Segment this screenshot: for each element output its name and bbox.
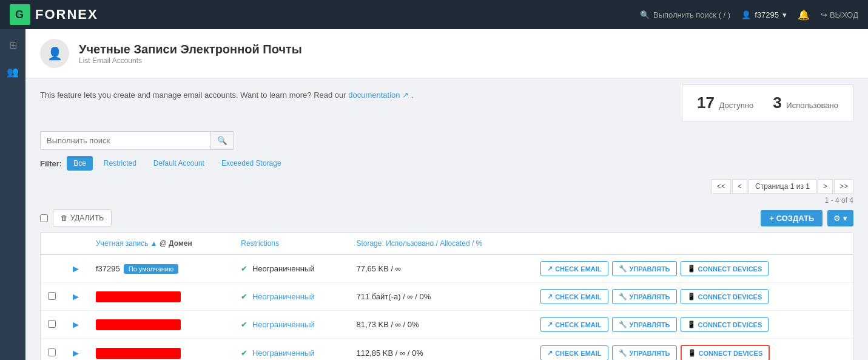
select-all-checkbox[interactable] xyxy=(40,214,48,222)
account-name: f37295 xyxy=(96,264,120,273)
stat-used: 3 Использовано xyxy=(773,93,838,112)
used-label: Использовано xyxy=(786,101,838,110)
storage-cell: 112,85 KB / ∞ / 0% xyxy=(349,339,533,361)
search-button[interactable]: 🔍 xyxy=(210,132,234,149)
restriction-cell: ✔ Неограниченный xyxy=(234,311,349,339)
table-row: ▶✔ Неограниченный711 байт(-а) / ∞ / 0%↗ … xyxy=(41,283,853,311)
search-input-wrap: 🔍 xyxy=(40,131,234,150)
storage-cell: 77,65 KB / ∞ xyxy=(349,254,533,283)
available-number: 17 xyxy=(697,93,715,112)
check-email-button[interactable]: ↗ CHECK EMAIL xyxy=(540,317,608,332)
expand-button[interactable]: ▶ xyxy=(70,347,81,359)
manage-button[interactable]: 🔧 УПРАВЛЯТЬ xyxy=(612,345,677,360)
email-icon: ↗ xyxy=(547,265,553,273)
actions-cell: ↗ CHECK EMAIL🔧 УПРАВЛЯТЬ📱 CONNECT DEVICE… xyxy=(533,283,853,311)
pag-last[interactable]: >> xyxy=(834,179,853,194)
pag-page-text: Страница 1 из 1 xyxy=(749,179,816,194)
page-title: Учетные Записи Электронной Почты xyxy=(79,42,302,56)
trash-icon: 🗑 xyxy=(61,214,68,222)
toolbar-right: + СОЗДАТЬ ⚙ ▾ xyxy=(761,210,853,226)
row-checkbox[interactable] xyxy=(48,348,56,356)
row-checkbox[interactable] xyxy=(48,292,56,300)
storage-cell: 81,73 KB / ∞ / 0% xyxy=(349,311,533,339)
chevron-down-icon: ▾ xyxy=(782,10,787,19)
sidebar-users-icon[interactable]: 👥 xyxy=(4,63,21,80)
filter-default-account[interactable]: Default Account xyxy=(147,157,210,170)
expand-button[interactable]: ▶ xyxy=(70,291,81,302)
stats-box: 17 Доступно 3 Использовано xyxy=(682,84,853,121)
connect-devices-button[interactable]: 📱 CONNECT DEVICES xyxy=(681,261,769,276)
table-row: ▶✔ Неограниченный81,73 KB / ∞ / 0%↗ CHEC… xyxy=(41,311,853,339)
table-header-row: Учетная запись ▲ @ Домен Restrictions St… xyxy=(41,233,853,254)
table-wrap: Учетная запись ▲ @ Домен Restrictions St… xyxy=(40,233,853,360)
restriction-cell: ✔ Неограниченный xyxy=(234,254,349,283)
check-email-button[interactable]: ↗ CHECK EMAIL xyxy=(540,261,608,276)
navbar-user[interactable]: 👤 f37295 ▾ xyxy=(741,10,787,19)
wrench-icon: 🔧 xyxy=(619,321,627,328)
phone-icon: 📱 xyxy=(688,349,696,357)
pag-first[interactable]: << xyxy=(712,179,731,194)
logo-icon: G xyxy=(10,4,30,25)
restriction-cell: ✔ Неограниченный xyxy=(234,283,349,311)
manage-button[interactable]: 🔧 УПРАВЛЯТЬ xyxy=(612,261,677,276)
actions-cell: ↗ CHECK EMAIL🔧 УПРАВЛЯТЬ📱 CONNECT DEVICE… xyxy=(533,311,853,339)
wrench-icon: 🔧 xyxy=(619,265,627,273)
logo-text: FORNEX xyxy=(35,7,98,22)
exit-label: ВЫХОД xyxy=(830,10,858,19)
gear-icon: ⚙ xyxy=(833,214,841,223)
navbar-exit[interactable]: ↪ ВЫХОД xyxy=(821,10,858,19)
check-email-button[interactable]: ↗ CHECK EMAIL xyxy=(540,289,608,304)
sidebar-grid-icon[interactable]: ⊞ xyxy=(4,36,21,53)
page-header-text: Учетные Записи Электронной Почты List Em… xyxy=(79,42,302,65)
wrench-icon: 🔧 xyxy=(619,293,627,301)
storage-cell: 711 байт(-а) / ∞ / 0% xyxy=(349,283,533,311)
search-input[interactable] xyxy=(41,132,210,149)
row-checkbox[interactable] xyxy=(48,320,56,328)
navbar-right: 🔍 Выполнить поиск ( / ) 👤 f37295 ▾ 🔔 ↪ В… xyxy=(640,9,858,21)
documentation-link[interactable]: documentation ↗ xyxy=(348,90,411,100)
filter-restricted[interactable]: Restricted xyxy=(98,157,143,170)
expand-button[interactable]: ▶ xyxy=(70,263,81,274)
th-account[interactable]: Учетная запись ▲ @ Домен xyxy=(89,233,234,254)
navbar-username: f37295 xyxy=(755,10,779,19)
page-subtitle: List Email Accounts xyxy=(79,56,302,65)
th-actions xyxy=(533,233,853,254)
info-text-before: This feature lets you create and manage … xyxy=(40,90,346,100)
account-cell: f37295По умолчанию xyxy=(89,254,234,283)
delete-button[interactable]: 🗑 УДАЛИТЬ xyxy=(53,209,112,226)
manage-button[interactable]: 🔧 УПРАВЛЯТЬ xyxy=(612,289,677,304)
pagination-top: << < Страница 1 из 1 > >> xyxy=(40,179,853,194)
check-icon: ✔ xyxy=(241,264,247,273)
exit-icon: ↪ xyxy=(821,10,827,19)
settings-button[interactable]: ⚙ ▾ xyxy=(827,210,853,226)
account-cell xyxy=(89,339,234,361)
navbar-bell[interactable]: 🔔 xyxy=(798,9,810,21)
delete-label: УДАЛИТЬ xyxy=(70,214,104,222)
filter-exceeded-storage[interactable]: Exceeded Storage xyxy=(215,157,288,170)
used-number: 3 xyxy=(773,93,781,112)
wrench-icon: 🔧 xyxy=(619,349,627,357)
filter-row: Filter: Все Restricted Default Account E… xyxy=(40,156,853,171)
info-text-after: . xyxy=(411,90,414,100)
connect-devices-button[interactable]: 📱 CONNECT DEVICES xyxy=(681,289,769,304)
check-email-button[interactable]: ↗ CHECK EMAIL xyxy=(540,345,608,360)
navbar: G FORNEX 🔍 Выполнить поиск ( / ) 👤 f3729… xyxy=(0,0,868,29)
stat-available: 17 Доступно xyxy=(697,93,753,112)
connect-devices-button[interactable]: 📱 CONNECT DEVICES xyxy=(681,317,769,332)
manage-button[interactable]: 🔧 УПРАВЛЯТЬ xyxy=(612,317,677,332)
default-badge: По умолчанию xyxy=(124,264,178,274)
user-icon: 👤 xyxy=(741,10,751,19)
create-button[interactable]: + СОЗДАТЬ xyxy=(761,210,823,226)
pag-prev[interactable]: < xyxy=(732,179,747,194)
th-domain-label: @ Домен xyxy=(160,239,192,248)
main-content: 👤 Учетные Записи Электронной Почты List … xyxy=(25,29,868,360)
sort-up-icon: ▲ xyxy=(150,239,158,248)
navbar-search[interactable]: 🔍 Выполнить поиск ( / ) xyxy=(640,10,730,19)
email-icon: ↗ xyxy=(547,293,553,301)
filter-all[interactable]: Все xyxy=(67,156,93,171)
expand-button[interactable]: ▶ xyxy=(70,319,81,330)
connect-devices-button[interactable]: 📱 CONNECT DEVICES xyxy=(681,345,770,360)
content-area: 17 Доступно 3 Использовано This feature … xyxy=(25,78,868,360)
pag-next[interactable]: > xyxy=(818,179,833,194)
search-icon: 🔍 xyxy=(640,10,650,19)
